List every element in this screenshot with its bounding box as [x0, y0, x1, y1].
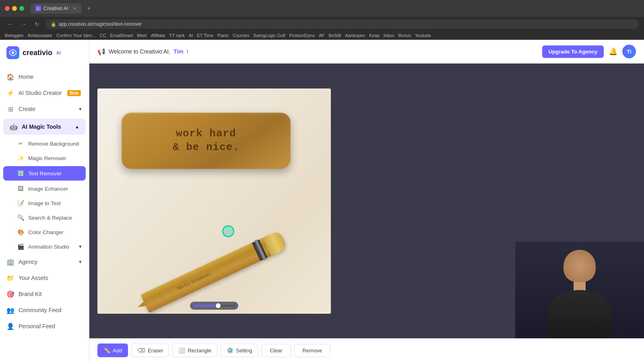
setting-tool-button[interactable]: ⚙️ Setting [221, 343, 258, 357]
pen-box-text: work hard & be nice. [173, 127, 239, 154]
sidebar-create-label: Create [19, 106, 35, 112]
bookmark-bestill[interactable]: BeStill [328, 33, 341, 38]
beta-badge: Beta [67, 90, 81, 96]
sidebar-item-personal-feed[interactable]: 👤 Personal Feed [0, 318, 89, 334]
browser-tab[interactable]: C Creativio AI ✕ [31, 3, 81, 14]
agency-expand-icon: ▼ [78, 259, 83, 264]
ai-magic-tools-section[interactable]: 🤖 AI Magic Tools ▲ [3, 119, 86, 135]
browser-titlebar: C Creativio AI ✕ + [0, 0, 644, 17]
tab-favicon: C [35, 6, 41, 11]
maximize-button[interactable] [19, 6, 24, 11]
new-tab-button[interactable]: + [85, 5, 93, 12]
sidebar-item-image-to-text[interactable]: 📝 Image to Text [0, 196, 89, 210]
traffic-lights [5, 6, 24, 11]
sidebar-item-remove-background[interactable]: ✂ Remove Background [0, 136, 89, 151]
bookmark-keap[interactable]: Keap [369, 33, 380, 38]
bookmark-swinglogic[interactable]: SwingLogic Golf [253, 33, 285, 38]
sidebar-item-agency[interactable]: 🏢 Agency ▼ [0, 254, 89, 270]
header-right: Upgrade To Agency 🔔 Ti [542, 45, 636, 58]
bookmark-inbox[interactable]: Inbox [384, 33, 394, 38]
add-icon: ✏️ [103, 347, 110, 354]
logo-text: creativio [23, 49, 52, 57]
logo-icon [6, 46, 19, 59]
bookmark-piano[interactable]: Piano [217, 33, 229, 38]
create-icon: ⊞ [6, 105, 14, 113]
remove-button[interactable]: Remove [294, 344, 330, 357]
slider-track [193, 305, 235, 306]
rectangle-icon: ⬜ [178, 347, 185, 354]
back-button[interactable]: ← [5, 19, 15, 29]
bookmark-ambassador[interactable]: Ambassador [28, 33, 53, 38]
animation-studio-label: Animation Studio [28, 244, 69, 250]
agency-icon: 🏢 [6, 258, 14, 266]
close-button[interactable] [5, 6, 10, 11]
sidebar-item-community-feed[interactable]: 👥 Community Feed [0, 302, 89, 318]
eraser-icon: ⌫ [137, 347, 145, 354]
agency-label: Agency [19, 259, 37, 265]
image-enhancer-icon: 🖼 [17, 185, 24, 192]
logo-ai-text: AI [56, 50, 61, 55]
tab-close-button[interactable]: ✕ [73, 6, 76, 11]
forward-button[interactable]: → [19, 19, 29, 29]
minimize-button[interactable] [12, 6, 17, 11]
add-tool-button[interactable]: ✏️ Add [97, 343, 128, 357]
bookmark-ytrank[interactable]: YT rank [169, 33, 185, 38]
sidebar-item-magic-remover[interactable]: ✨ Magic Remover [0, 151, 89, 165]
bookmark-ettime[interactable]: ET Time [197, 33, 213, 38]
bookmark-courses[interactable]: Courses [233, 33, 249, 38]
upgrade-button[interactable]: Upgrade To Agency [542, 45, 604, 58]
sidebar-item-your-assets[interactable]: 📁 Your Assets [0, 270, 89, 286]
rectangle-tool-button[interactable]: ⬜ Rectangle [172, 343, 217, 357]
bookmark-youtube[interactable]: Youtube [415, 33, 431, 38]
header-username: Tim [173, 48, 184, 55]
personal-feed-label: Personal Feed [19, 323, 55, 329]
bookmark-bonus[interactable]: Bonus [398, 33, 411, 38]
sidebar-item-color-changer[interactable]: 🎨 Color Changer [0, 225, 89, 239]
sidebar-item-text-remover[interactable]: 🔡 Text Remover [3, 166, 86, 181]
canvas-area: work hard & be nice. Molly Simmons [89, 64, 644, 338]
sidebar-item-search-replace[interactable]: 🔍 Search & Replace [0, 210, 89, 225]
bookmark-ai[interactable]: AI [189, 33, 193, 38]
sidebar-item-ai-studio[interactable]: ⚡ AI Studio Creator Beta [0, 85, 89, 101]
header-exclamation: ! [187, 48, 188, 55]
image-slider[interactable] [190, 302, 238, 310]
sidebar-item-create[interactable]: ⊞ Create ▼ [0, 101, 89, 117]
notifications-button[interactable]: 🔔 [609, 47, 617, 56]
person-body [547, 290, 612, 338]
pen-box: work hard & be nice. [122, 113, 291, 169]
reload-button[interactable]: ↻ [32, 19, 42, 29]
address-bar[interactable]: 🔒 app.creativio.ai/magictool/text-remove… [45, 19, 639, 29]
user-avatar[interactable]: Ti [622, 45, 636, 58]
header-welcome-text: Welcome to Creativio AI, [109, 48, 170, 55]
animation-icon: 🎬 [17, 243, 24, 250]
bookmark-productdyno[interactable]: ProductDyno [289, 33, 315, 38]
sidebar-item-home[interactable]: 🏠 Home [0, 69, 89, 85]
bookmark-affiliate[interactable]: Affiliate [151, 33, 165, 38]
bookmark-af[interactable]: AF [319, 33, 324, 38]
bookmark-meet[interactable]: Meet [137, 33, 147, 38]
bookmark-emailsmart[interactable]: EmailSmart [110, 33, 133, 38]
brush-cursor [222, 225, 234, 237]
sidebar-item-animation-studio[interactable]: 🎬 Animation Studio ▼ [0, 239, 89, 254]
image-to-text-label: Image to Text [28, 200, 61, 206]
home-icon: 🏠 [6, 73, 14, 81]
webcam-overlay [515, 242, 644, 338]
magic-remover-label: Magic Remover [28, 155, 66, 161]
bookmark-confirm[interactable]: Confirm Your Iden... [56, 33, 95, 38]
bookmark-cc[interactable]: CC [100, 33, 106, 38]
text-remover-icon: 🔡 [17, 170, 24, 177]
slider-thumb[interactable] [216, 303, 221, 308]
community-feed-label: Community Feed [19, 307, 62, 313]
sidebar-item-brand-kit[interactable]: 🎯 Brand Kit [0, 286, 89, 302]
bookmark-aankopen[interactable]: Aankopen [345, 33, 365, 38]
search-replace-label: Search & Replace [28, 215, 72, 221]
community-feed-icon: 👥 [6, 306, 14, 314]
ai-studio-icon: ⚡ [6, 89, 14, 97]
sidebar-item-image-enhancer[interactable]: 🖼 Image Enhancer [0, 181, 89, 196]
eraser-tool-button[interactable]: ⌫ Eraser [131, 343, 169, 357]
browser-bookmarks: Beleggen Ambassador Confirm Your Iden...… [0, 31, 644, 40]
image-canvas[interactable]: work hard & be nice. Molly Simmons [97, 88, 331, 314]
header-bar: 📢 Welcome to Creativio AI, Tim ! Upgrade… [89, 40, 644, 64]
clear-button[interactable]: Clear [261, 344, 291, 357]
bookmark-beleggen[interactable]: Beleggen [5, 33, 24, 38]
